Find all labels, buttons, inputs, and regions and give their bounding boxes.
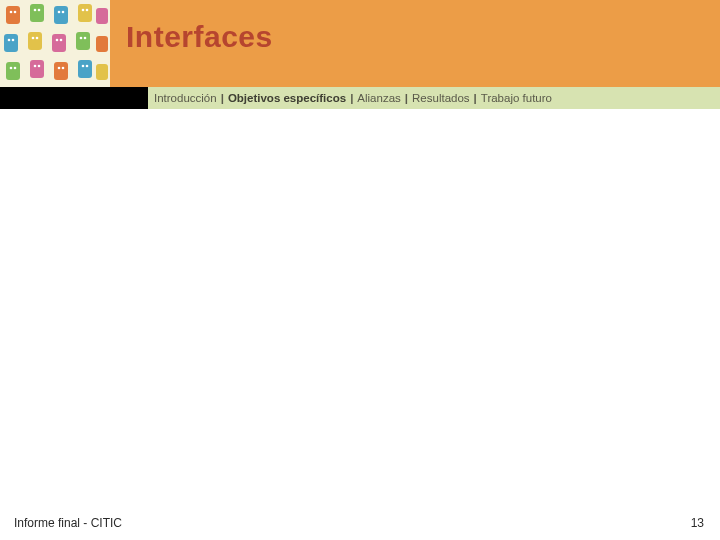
breadcrumb-separator: | (350, 92, 353, 104)
svg-point-39 (86, 65, 89, 68)
svg-rect-2 (30, 4, 44, 22)
breadcrumb-item-active: Objetivos específicos (228, 92, 346, 104)
svg-rect-6 (4, 34, 18, 52)
slide: Interfaces Introducción | Objetivos espe… (0, 0, 720, 540)
svg-point-20 (58, 11, 61, 14)
svg-point-30 (80, 37, 83, 40)
svg-point-22 (82, 9, 85, 12)
svg-point-38 (82, 65, 85, 68)
breadcrumb: Introducción | Objetivos específicos | A… (148, 87, 720, 109)
breadcrumb-item: Introducción (154, 92, 217, 104)
svg-point-35 (38, 65, 41, 68)
breadcrumb-separator: | (474, 92, 477, 104)
breadcrumb-separator: | (405, 92, 408, 104)
svg-rect-13 (54, 62, 68, 80)
slide-title: Interfaces (126, 20, 273, 54)
svg-rect-9 (76, 32, 90, 50)
footer-text: Informe final - CITIC (14, 516, 122, 530)
svg-rect-15 (96, 64, 108, 80)
breadcrumb-separator: | (221, 92, 224, 104)
svg-rect-12 (30, 60, 44, 78)
svg-point-21 (62, 11, 65, 14)
breadcrumb-spacer (0, 87, 148, 109)
svg-point-26 (32, 37, 35, 40)
svg-point-34 (34, 65, 37, 68)
breadcrumb-bar: Introducción | Objetivos específicos | A… (0, 87, 720, 109)
svg-point-27 (36, 37, 39, 40)
svg-point-18 (34, 9, 37, 12)
breadcrumb-item: Resultados (412, 92, 470, 104)
svg-rect-7 (28, 32, 42, 50)
svg-point-19 (38, 9, 41, 12)
breadcrumb-item: Alianzas (357, 92, 400, 104)
svg-point-17 (14, 11, 17, 14)
breadcrumb-item: Trabajo futuro (481, 92, 552, 104)
svg-point-28 (56, 39, 59, 42)
svg-point-25 (12, 39, 15, 42)
svg-point-36 (58, 67, 61, 70)
svg-point-32 (10, 67, 13, 70)
svg-rect-10 (96, 36, 108, 52)
svg-rect-4 (78, 4, 92, 22)
svg-rect-3 (54, 6, 68, 24)
robots-pattern-icon (0, 0, 110, 87)
svg-point-33 (14, 67, 17, 70)
page-number: 13 (691, 516, 704, 530)
svg-point-23 (86, 9, 89, 12)
svg-rect-5 (96, 8, 108, 24)
svg-rect-11 (6, 62, 20, 80)
decorative-robots-tile (0, 0, 110, 87)
svg-rect-1 (6, 6, 20, 24)
svg-point-24 (8, 39, 11, 42)
svg-point-31 (84, 37, 87, 40)
svg-point-29 (60, 39, 63, 42)
svg-point-37 (62, 67, 65, 70)
svg-point-16 (10, 11, 13, 14)
svg-rect-8 (52, 34, 66, 52)
svg-rect-14 (78, 60, 92, 78)
